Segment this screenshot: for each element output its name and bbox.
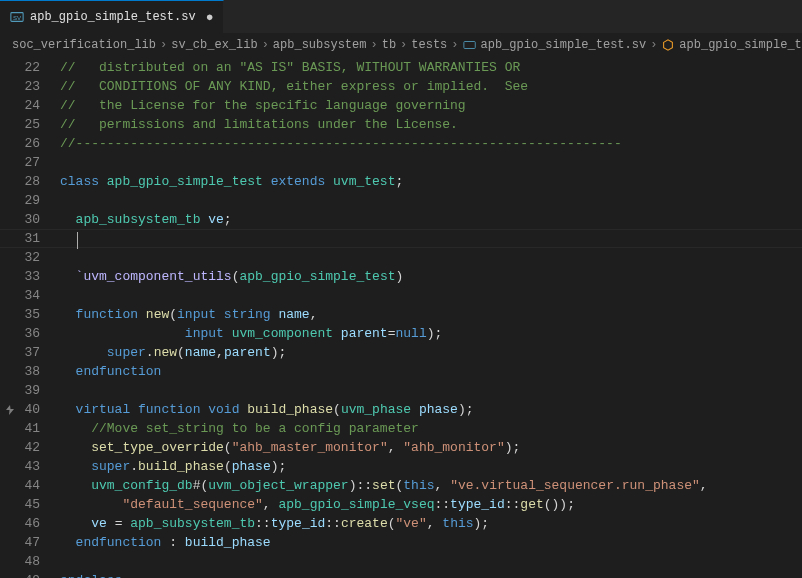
breadcrumb-label: apb_gpio_simple_test.sv [481,38,647,52]
line-number: 29 [6,191,40,210]
code-line[interactable] [58,286,802,305]
line-number: 44 [6,476,40,495]
code-line[interactable]: endclass [58,571,802,578]
breadcrumb-label: apb_subsystem [273,38,367,52]
svg-rect-2 [463,42,474,49]
svg-text:SV: SV [13,14,22,21]
line-number: 37 [6,343,40,362]
code-line[interactable]: super.build_phase(phase); [58,457,802,476]
code-line[interactable] [58,381,802,400]
code-line[interactable]: // distributed on an "AS IS" BASIS, WITH… [58,58,802,77]
breadcrumb-label: tests [411,38,447,52]
code-line[interactable]: // the License for the specific language… [58,96,802,115]
breadcrumb-segment[interactable]: tb [382,38,396,52]
breadcrumb-separator: › [160,38,167,52]
code-line[interactable]: // CONDITIONS OF ANY KIND, either expres… [58,77,802,96]
code-line[interactable]: // permissions and limitations under the… [58,115,802,134]
line-number: 43 [6,457,40,476]
line-number: 36 [6,324,40,343]
line-number: 42 [6,438,40,457]
systemverilog-file-icon: SV [10,10,24,24]
breadcrumb-separator: › [650,38,657,52]
tab-dirty-indicator[interactable]: ● [206,10,214,25]
breadcrumb-label: apb_gpio_simple_test [679,38,802,52]
line-number: 30 [6,210,40,229]
line-number: 28 [6,172,40,191]
breadcrumb-segment[interactable]: apb_subsystem [273,38,367,52]
code-line[interactable]: apb_subsystem_tb ve; [58,210,802,229]
code-line[interactable] [58,191,802,210]
breadcrumb-segment[interactable]: tests [411,38,447,52]
line-number: 22 [6,58,40,77]
breadcrumb-segment[interactable]: soc_verification_lib [12,38,156,52]
breadcrumb-segment[interactable]: apb_gpio_simple_test [661,38,802,52]
code-line[interactable]: "default_sequence", apb_gpio_simple_vseq… [58,495,802,514]
code-line[interactable] [58,248,802,267]
line-number: 39 [6,381,40,400]
line-number: 47 [6,533,40,552]
code-area[interactable]: // distributed on an "AS IS" BASIS, WITH… [58,56,802,578]
code-line[interactable] [58,229,802,248]
breadcrumb[interactable]: soc_verification_lib›sv_cb_ex_lib›apb_su… [0,34,802,56]
breadcrumb-segment[interactable]: sv_cb_ex_lib [171,38,257,52]
line-number: 23 [6,77,40,96]
line-number: 26 [6,134,40,153]
code-line[interactable]: set_type_override("ahb_master_monitor", … [58,438,802,457]
text-cursor [77,232,78,249]
breadcrumb-separator: › [451,38,458,52]
breadcrumb-separator: › [370,38,377,52]
tab-filename: apb_gpio_simple_test.sv [30,10,196,24]
editor[interactable]: 2223242526272829303132333435363738394041… [0,56,802,578]
code-line[interactable]: super.new(name,parent); [58,343,802,362]
line-number: 31 [6,229,40,248]
code-line[interactable]: function new(input string name, [58,305,802,324]
line-number: 32 [6,248,40,267]
class-symbol-icon [661,38,675,52]
tab-apb-gpio-simple-test[interactable]: SV apb_gpio_simple_test.sv ● [0,0,224,33]
code-line[interactable]: endfunction : build_phase [58,533,802,552]
breadcrumb-label: soc_verification_lib [12,38,156,52]
line-number: 35 [6,305,40,324]
code-line[interactable] [58,153,802,172]
line-number: 48 [6,552,40,571]
lightbulb-glyph-icon[interactable] [4,403,16,415]
line-number: 25 [6,115,40,134]
breadcrumb-separator: › [262,38,269,52]
line-number: 34 [6,286,40,305]
code-line[interactable]: //--------------------------------------… [58,134,802,153]
breadcrumb-label: sv_cb_ex_lib [171,38,257,52]
code-line[interactable]: endfunction [58,362,802,381]
tab-bar: SV apb_gpio_simple_test.sv ● [0,0,802,34]
code-line[interactable]: input uvm_component parent=null); [58,324,802,343]
code-line[interactable]: uvm_config_db#(uvm_object_wrapper)::set(… [58,476,802,495]
breadcrumb-segment[interactable]: apb_gpio_simple_test.sv [463,38,647,52]
breadcrumb-label: tb [382,38,396,52]
line-number: 24 [6,96,40,115]
line-number: 49 [6,571,40,578]
line-number: 41 [6,419,40,438]
line-number: 38 [6,362,40,381]
breadcrumb-separator: › [400,38,407,52]
code-line[interactable]: ve = apb_subsystem_tb::type_id::create("… [58,514,802,533]
file-icon [463,38,477,52]
line-number: 46 [6,514,40,533]
code-line[interactable]: class apb_gpio_simple_test extends uvm_t… [58,172,802,191]
line-number: 27 [6,153,40,172]
line-number: 45 [6,495,40,514]
line-number-gutter: 2223242526272829303132333435363738394041… [0,56,58,578]
line-number: 40 [6,400,40,419]
code-line[interactable]: //Move set_string to be a config paramet… [58,419,802,438]
code-line[interactable]: virtual function void build_phase(uvm_ph… [58,400,802,419]
code-line[interactable]: `uvm_component_utils(apb_gpio_simple_tes… [58,267,802,286]
line-number: 33 [6,267,40,286]
code-line[interactable] [58,552,802,571]
